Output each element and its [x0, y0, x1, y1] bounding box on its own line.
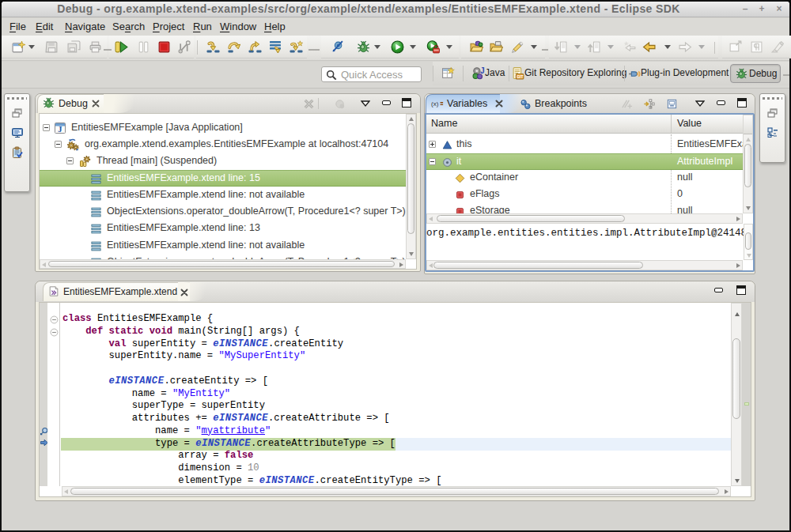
- svg-text:J: J: [480, 66, 485, 75]
- svg-text:GIT: GIT: [517, 75, 523, 79]
- svg-text:(x): (x): [431, 100, 439, 108]
- svg-text:J: J: [58, 124, 62, 134]
